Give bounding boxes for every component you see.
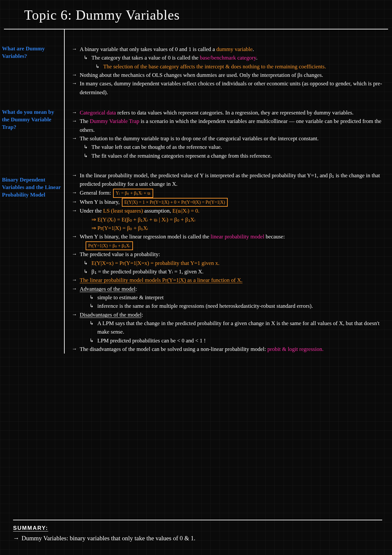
note-subline: The category that takes a value of 0 is … — [71, 54, 382, 62]
column-divider — [64, 29, 65, 354]
summary-line: Dummy Variables: binary variables that o… — [13, 535, 382, 542]
note-line: In many cases, dummy independent variabl… — [71, 79, 382, 97]
summary-title: SUMMARY: — [13, 525, 382, 531]
note-line: When Y is binary, the linear regression … — [71, 233, 382, 241]
note-subline-2: The selection of the base category affec… — [71, 62, 382, 71]
note-line: The predicted value is a probability: — [71, 250, 382, 259]
note-subline: inference is the same as for multiple re… — [71, 302, 382, 310]
note-line: The solution to the dummy variable trap … — [71, 134, 382, 143]
note-line: When Y is binary, E(Y|X) = 1 × Pr(Y=1|X)… — [71, 198, 382, 207]
note-subline: The fit values of the remaining categori… — [71, 152, 382, 160]
note-formula: Pr(Y=1|X) = β₀ + β₁Xᵢ — [71, 241, 382, 251]
note-line: Nothing about the mechanics of OLS chang… — [71, 71, 382, 79]
note-line: The disadvantages of the model can be so… — [71, 345, 382, 354]
note-line: The linear probability model models Pr(Y… — [71, 276, 382, 285]
summary-divider — [13, 520, 382, 520]
note-derive: ⇒ Pr(Y=1|X) = β₀ + β₁Xᵢ — [71, 224, 382, 233]
question-2: What do you mean by the Dummy Variable T… — [2, 109, 61, 131]
note-subline: E(Y|X=x) = Pr(Y=1|X=x) = probability tha… — [71, 259, 382, 268]
note-subline: The value left out can be thought of as … — [71, 143, 382, 151]
notes-page: Topic 6: Dummy Variables What are Dummy … — [0, 0, 392, 500]
page-title: Topic 6: Dummy Variables — [0, 7, 392, 23]
question-3: Binary Dependent Variables and the Linea… — [2, 176, 61, 199]
left-column: What are Dummy Variables? What do you me… — [0, 29, 64, 354]
note-line: General form: Yᵢ = β₀ + β₁Xᵢ + uᵢ — [71, 189, 382, 198]
note-line: Categorical data refers to data values w… — [71, 109, 382, 117]
formula-box: Pr(Y=1|X) = β₀ + β₁Xᵢ — [86, 241, 133, 251]
note-line: Advantages of the model: — [71, 285, 382, 293]
note-line: The Dummy Variable Trap is a scenario in… — [71, 117, 382, 134]
note-subline: β₁ = the predicted probability that Yᵢ =… — [71, 268, 382, 276]
note-line: Disadvantages of the model: — [71, 311, 382, 319]
question-1: What are Dummy Variables? — [2, 45, 61, 60]
note-line: Under the LS (least squares) assumption,… — [71, 207, 382, 215]
note-subline: simple to estimate & interpret — [71, 293, 382, 302]
section-2: Categorical data refers to data values w… — [71, 109, 382, 160]
section-1: A binary variable that only takes values… — [71, 45, 382, 97]
note-subline: LPM predicted probabilities can be < 0 a… — [71, 337, 382, 345]
summary-section: SUMMARY: Dummy Variables: binary variabl… — [13, 520, 382, 542]
note-line: In the linear probability model, the pre… — [71, 171, 382, 189]
formula-box: E(Y|X) = 1 × Pr(Y=1|X) + 0 × Pr(Y=0|X) =… — [122, 198, 228, 207]
note-derive: ⇒ E(Yᵢ|Xᵢ) = E(β₀ + β₁Xᵢ + uᵢ | Xᵢ) = β₀… — [71, 216, 382, 224]
right-column: A binary variable that only takes values… — [64, 29, 392, 354]
formula-box: Yᵢ = β₀ + β₁Xᵢ + uᵢ — [113, 189, 153, 198]
section-3: In the linear probability model, the pre… — [71, 171, 382, 354]
two-column-body: What are Dummy Variables? What do you me… — [0, 29, 392, 354]
note-subline: A LPM says that the change in the predic… — [71, 319, 382, 337]
note-line: A binary variable that only takes values… — [71, 45, 382, 54]
